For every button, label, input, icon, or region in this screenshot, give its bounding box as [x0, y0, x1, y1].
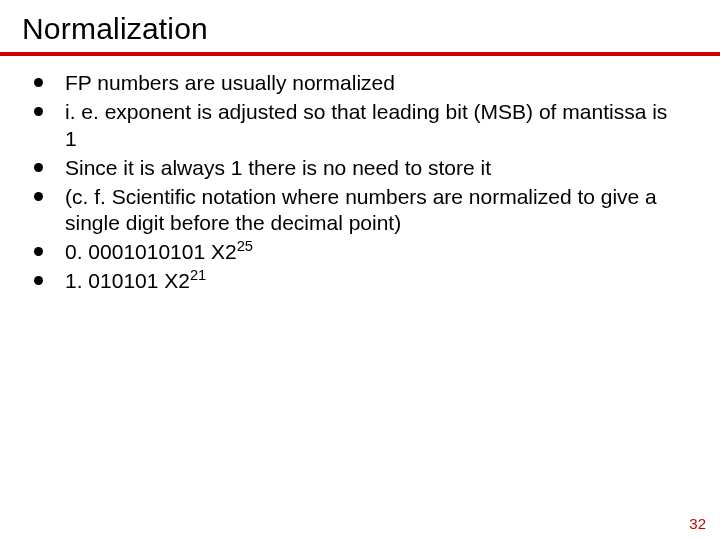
list-item: Since it is always 1 there is no need to…	[34, 155, 680, 182]
bullet-icon	[34, 163, 43, 172]
bullet-list: FP numbers are usually normalized i. e. …	[0, 56, 720, 295]
bullet-text: (c. f. Scientific notation where numbers…	[65, 184, 680, 238]
math-exponent: 21	[190, 267, 206, 283]
slide: Normalization FP numbers are usually nor…	[0, 0, 720, 540]
list-item: FP numbers are usually normalized	[34, 70, 680, 97]
bullet-icon	[34, 247, 43, 256]
math-base: 1. 010101 X2	[65, 269, 190, 292]
list-item: i. e. exponent is adjusted so that leadi…	[34, 99, 680, 153]
math-base: 0. 0001010101 X2	[65, 240, 237, 263]
bullet-text: Since it is always 1 there is no need to…	[65, 155, 491, 182]
bullet-text: 0. 0001010101 X225	[65, 239, 253, 266]
bullet-icon	[34, 192, 43, 201]
slide-title: Normalization	[0, 0, 720, 50]
bullet-text: i. e. exponent is adjusted so that leadi…	[65, 99, 680, 153]
bullet-icon	[34, 78, 43, 87]
list-item: (c. f. Scientific notation where numbers…	[34, 184, 680, 238]
bullet-icon	[34, 276, 43, 285]
bullet-text: FP numbers are usually normalized	[65, 70, 395, 97]
page-number: 32	[689, 515, 706, 532]
list-item: 0. 0001010101 X225	[34, 239, 680, 266]
list-item: 1. 010101 X221	[34, 268, 680, 295]
bullet-text: 1. 010101 X221	[65, 268, 206, 295]
math-exponent: 25	[237, 238, 253, 254]
bullet-icon	[34, 107, 43, 116]
